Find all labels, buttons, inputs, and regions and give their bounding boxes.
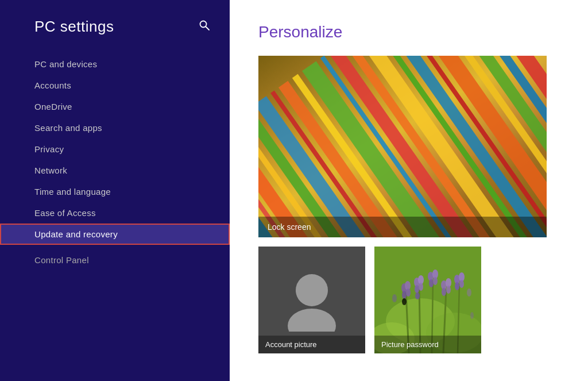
svg-point-66 bbox=[470, 312, 474, 319]
sidebar-item-control-panel[interactable]: Control Panel bbox=[0, 249, 230, 271]
svg-point-58 bbox=[442, 288, 446, 296]
sidebar-item-privacy[interactable]: Privacy bbox=[0, 138, 230, 160]
sidebar-item-search-and-apps[interactable]: Search and apps bbox=[0, 117, 230, 138]
svg-point-44 bbox=[402, 291, 407, 299]
svg-point-50 bbox=[419, 283, 423, 291]
sidebar-item-network[interactable]: Network bbox=[0, 160, 230, 181]
sidebar-header: PC settings bbox=[0, 0, 230, 53]
sidebar-item-update-and-recovery[interactable]: Update and recovery bbox=[0, 224, 230, 245]
sidebar-item-pc-and-devices[interactable]: PC and devices bbox=[0, 53, 230, 75]
sidebar: PC settings PC and devices Accounts OneD… bbox=[0, 0, 230, 381]
nav-list: PC and devices Accounts OneDrive Search … bbox=[0, 53, 230, 381]
search-icon[interactable] bbox=[196, 17, 212, 36]
lock-screen-tile[interactable]: Lock screen bbox=[258, 56, 547, 237]
person-icon bbox=[283, 268, 341, 332]
page-title: Personalize bbox=[258, 23, 559, 41]
picture-password-tile[interactable]: Picture password bbox=[374, 247, 481, 353]
svg-line-1 bbox=[206, 27, 210, 30]
lock-screen-label: Lock screen bbox=[258, 217, 547, 237]
picture-password-label: Picture password bbox=[374, 336, 481, 353]
main-content: Personalize bbox=[230, 0, 588, 381]
svg-point-0 bbox=[200, 21, 207, 28]
account-picture-tile[interactable]: Account picture bbox=[258, 247, 365, 353]
sidebar-item-time-and-language[interactable]: Time and language bbox=[0, 181, 230, 202]
svg-point-64 bbox=[392, 294, 397, 302]
svg-point-49 bbox=[415, 285, 419, 293]
sidebar-item-ease-of-access[interactable]: Ease of Access bbox=[0, 202, 230, 224]
sidebar-item-onedrive[interactable]: OneDrive bbox=[0, 96, 230, 117]
svg-point-63 bbox=[459, 280, 464, 288]
svg-point-62 bbox=[455, 282, 459, 290]
svg-point-51 bbox=[415, 293, 420, 299]
bottom-row: Account picture bbox=[258, 247, 559, 353]
sidebar-title: PC settings bbox=[34, 18, 114, 36]
svg-point-46 bbox=[402, 298, 407, 305]
sidebar-item-accounts[interactable]: Accounts bbox=[0, 75, 230, 96]
account-picture-label: Account picture bbox=[258, 336, 365, 353]
svg-point-45 bbox=[406, 288, 411, 297]
svg-point-32 bbox=[288, 309, 336, 332]
svg-point-31 bbox=[296, 274, 328, 306]
svg-point-65 bbox=[467, 288, 471, 297]
svg-point-59 bbox=[446, 286, 451, 294]
svg-point-55 bbox=[433, 277, 438, 285]
svg-point-54 bbox=[429, 279, 434, 287]
